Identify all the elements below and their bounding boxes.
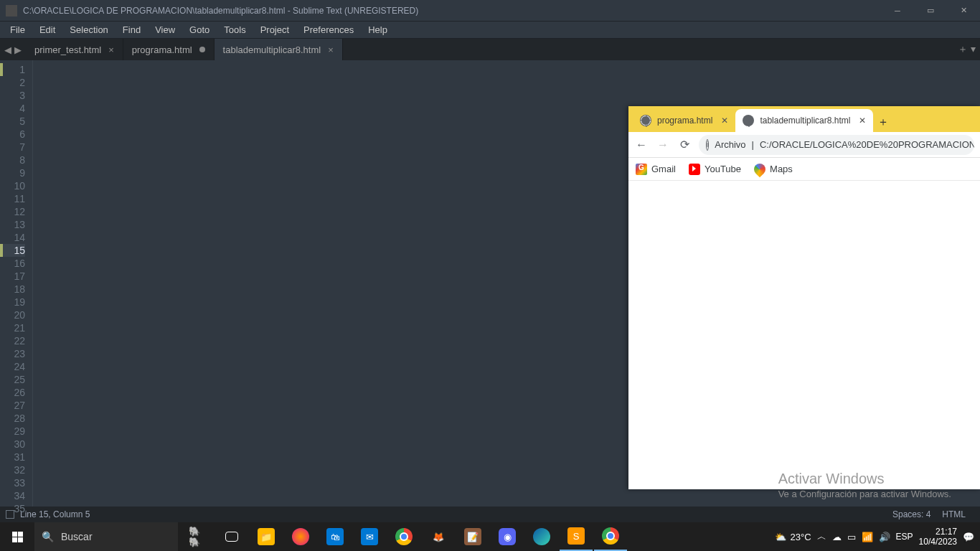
search-placeholder: Buscar — [61, 531, 93, 542]
dirty-dot-icon — [199, 47, 205, 52]
window-controls: ─ ▭ ✕ — [881, 0, 980, 22]
browser-tab-programa[interactable]: programa.html ✕ — [633, 109, 735, 132]
folder-icon: 📁 — [258, 528, 275, 545]
menu-project[interactable]: Project — [253, 23, 296, 37]
start-button[interactable] — [0, 522, 34, 551]
menu-tools[interactable]: Tools — [217, 23, 253, 37]
maximize-button[interactable]: ▭ — [914, 0, 947, 22]
browser-tab-label: tablademultiplicar8.html — [760, 116, 850, 126]
bookmarks-bar: GGmail YouTube Maps — [628, 158, 980, 181]
tab-nav-arrows[interactable]: ◀▶ — [0, 39, 26, 60]
gmail-icon: G — [636, 164, 647, 175]
editor-tab-primer[interactable]: primer_test.html × — [26, 39, 123, 60]
menu-file[interactable]: File — [3, 23, 32, 37]
menu-selection[interactable]: Selection — [62, 23, 115, 37]
taskbar-edge[interactable] — [525, 522, 558, 551]
edge-icon — [533, 528, 550, 545]
taskbar-app[interactable]: 🐘🐘 — [181, 522, 214, 551]
close-icon[interactable]: ✕ — [859, 116, 866, 126]
address-bar[interactable]: i Archivo | C:/ORACLE/LOGICA%20DE%20PROG… — [699, 135, 974, 155]
forward-button[interactable]: → — [656, 138, 670, 151]
youtube-icon — [689, 164, 700, 175]
tab-label: programa.html — [132, 44, 192, 55]
chrome-icon — [602, 527, 619, 545]
tab-bar-right[interactable]: ＋ ▾ — [953, 39, 980, 60]
taskbar-taskview[interactable] — [215, 522, 248, 551]
taskbar-search[interactable]: 🔍 Buscar — [34, 522, 178, 551]
taskbar-app2[interactable]: 🦊 — [422, 522, 455, 551]
menu-goto[interactable]: Goto — [182, 23, 217, 37]
indent-setting[interactable]: Spaces: 4 — [892, 509, 930, 519]
language-indicator[interactable]: ESP — [896, 532, 913, 542]
windows-icon — [12, 532, 23, 542]
close-icon[interactable]: × — [108, 44, 114, 55]
close-icon[interactable]: × — [328, 44, 334, 55]
browser-tab-strip: programa.html ✕ tablademultiplicar8.html… — [628, 106, 980, 132]
menu-bar: File Edit Selection Find View Goto Tools… — [0, 22, 980, 39]
tray-chevron-icon[interactable]: ︿ — [817, 530, 826, 543]
taskbar-chrome[interactable] — [387, 522, 420, 551]
line-gutter: 1234567891011121314151617181920212223242… — [0, 60, 33, 507]
title-bar: C:\ORACLE\LOGICA DE PROGRAMACION\tablade… — [0, 0, 980, 22]
gutter-mark — [0, 244, 3, 257]
app-icon — [6, 5, 17, 17]
weather-widget[interactable]: ⛅23°C — [775, 532, 811, 542]
taskbar-apps: 🐘🐘 📁 🛍 ✉ 🦊 📝 ◉ S — [181, 522, 627, 551]
firefox-icon — [292, 528, 309, 545]
menu-preferences[interactable]: Preferences — [296, 23, 361, 37]
window-title: C:\ORACLE\LOGICA DE PROGRAMACION\tablade… — [23, 6, 881, 16]
wifi-icon[interactable]: 📶 — [862, 532, 873, 542]
url-scheme: Archivo — [715, 139, 745, 150]
taskbar-store[interactable]: 🛍 — [319, 522, 352, 551]
weather-icon: ⛅ — [775, 532, 786, 542]
editor-tab-bar: ◀▶ primer_test.html × programa.html tabl… — [0, 39, 980, 60]
browser-tab-label: programa.html — [657, 116, 712, 126]
taskview-icon — [225, 532, 238, 542]
bookmark-maps[interactable]: Maps — [754, 164, 793, 175]
clock[interactable]: 21:17 10/4/2023 — [919, 527, 957, 547]
bookmark-youtube[interactable]: YouTube — [689, 164, 741, 175]
status-bar: Line 15, Column 5 Spaces: 4 HTML — [0, 507, 980, 522]
globe-icon — [640, 115, 651, 126]
browser-tab-tabla[interactable]: tablademultiplicar8.html ✕ — [735, 109, 873, 132]
meet-icon[interactable]: ▭ — [847, 532, 856, 542]
editor-tab-programa[interactable]: programa.html — [123, 39, 215, 60]
taskbar-chrome-active[interactable] — [594, 522, 627, 551]
volume-icon[interactable]: 🔊 — [879, 532, 890, 542]
cursor-position: Line 15, Column 5 — [20, 509, 90, 519]
minimize-button[interactable]: ─ — [881, 0, 914, 22]
gutter-mark — [0, 63, 3, 76]
search-icon: 🔍 — [42, 531, 54, 542]
close-icon[interactable]: ✕ — [721, 116, 728, 126]
reload-button[interactable]: ⟳ — [677, 138, 692, 151]
mail-icon: ✉ — [361, 528, 378, 545]
notifications-icon[interactable]: 💬 — [963, 532, 974, 542]
menu-view[interactable]: View — [148, 23, 182, 37]
taskbar-discord[interactable]: ◉ — [491, 522, 524, 551]
taskbar-notes[interactable]: 📝 — [456, 522, 489, 551]
back-button[interactable]: ← — [634, 138, 649, 151]
menu-edit[interactable]: Edit — [32, 23, 62, 37]
taskbar-sublime[interactable]: S — [560, 522, 593, 551]
bookmark-gmail[interactable]: GGmail — [636, 164, 676, 175]
editor-tab-tablademultiplicar[interactable]: tablademultiplicar8.html × — [215, 39, 343, 60]
menu-find[interactable]: Find — [116, 23, 148, 37]
syntax-setting[interactable]: HTML — [942, 509, 966, 519]
close-button[interactable]: ✕ — [947, 0, 980, 22]
discord-icon: ◉ — [499, 528, 516, 545]
maps-icon — [752, 161, 768, 177]
elephant-icon: 🐘🐘 — [189, 528, 206, 545]
tab-label: tablademultiplicar8.html — [223, 44, 321, 55]
tab-label: primer_test.html — [34, 44, 101, 55]
menu-help[interactable]: Help — [361, 23, 395, 37]
gimp-icon: 🦊 — [430, 528, 447, 545]
onedrive-icon[interactable]: ☁ — [832, 532, 842, 542]
site-info-icon[interactable]: i — [706, 139, 709, 151]
taskbar-mail[interactable]: ✉ — [353, 522, 386, 551]
url-separator: | — [752, 139, 754, 150]
taskbar-explorer[interactable]: 📁 — [250, 522, 283, 551]
sublime-icon: S — [567, 527, 585, 545]
new-tab-button[interactable]: ＋ — [873, 112, 893, 132]
browser-toolbar: ← → ⟳ i Archivo | C:/ORACLE/LOGICA%20DE%… — [628, 132, 980, 158]
taskbar-firefox[interactable] — [284, 522, 317, 551]
